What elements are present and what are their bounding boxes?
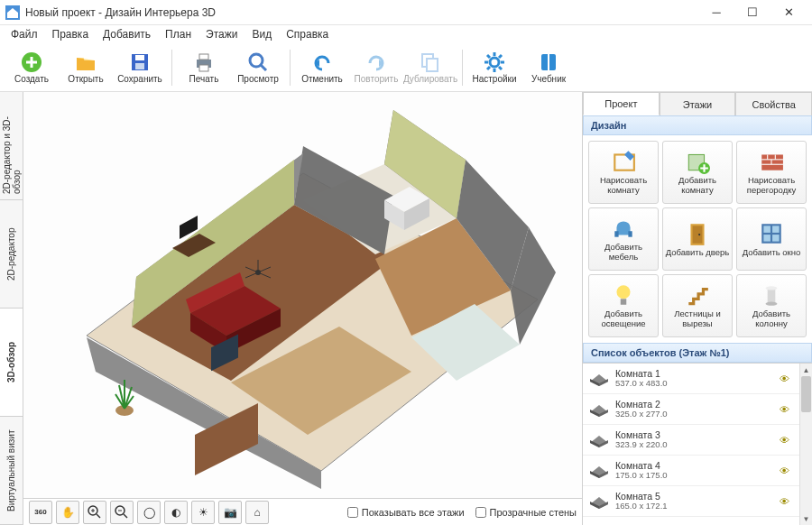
canvas-lasso2-button[interactable]: ◐ [164, 501, 188, 524]
minimize-button[interactable]: ─ [698, 0, 734, 25]
object-row[interactable]: Комната 2325.0 x 277.0 👁 [583, 394, 799, 425]
object-row[interactable]: Комната 3323.9 x 220.0 👁 [583, 425, 799, 456]
redo-icon [364, 51, 388, 74]
object-row[interactable]: Диван еврокнижка 👁 [583, 517, 799, 525]
app-icon [5, 5, 20, 20]
canvas-sun-button[interactable]: ☀ [191, 501, 215, 524]
svg-point-8 [250, 54, 263, 67]
tool-add-door[interactable]: Добавить дверь [662, 207, 733, 271]
right-tab-project[interactable]: Проект [583, 92, 660, 115]
objects-section-head: Список объектов (Этаж №1) [583, 343, 812, 363]
toolbar-create-button[interactable]: Создать [5, 45, 58, 90]
add-room-icon [685, 149, 710, 174]
right-tab-props[interactable]: Свойства [735, 92, 812, 115]
allfloors-checkbox[interactable] [347, 507, 358, 518]
copy-icon [419, 51, 442, 74]
toolbar-redo-button: Повторить [350, 45, 402, 90]
objects-scrollbar[interactable]: ▲ ▼ [799, 364, 812, 525]
toolbar-open-button[interactable]: Открыть [60, 45, 112, 90]
tool-add-col[interactable]: Добавить колонну [736, 274, 807, 337]
transparent-checkbox[interactable] [475, 507, 486, 518]
canvas-check-transparent[interactable]: Прозрачные стены [475, 507, 577, 518]
canvas-lasso-button[interactable]: ◯ [137, 501, 161, 524]
add-furn-icon [611, 216, 636, 241]
canvas-camera-button[interactable]: 📷 [218, 501, 242, 524]
add-light-icon [611, 282, 636, 308]
tool-add-win[interactable]: Добавить окно [736, 207, 807, 271]
close-button[interactable]: ✕ [770, 0, 807, 25]
tool-add-furn[interactable]: Добавить мебель [588, 207, 659, 271]
menu-Правка[interactable]: Правка [45, 26, 97, 42]
canvas-zoom-in-button[interactable] [83, 501, 106, 524]
room-iso-icon [588, 432, 610, 448]
room-iso-icon [588, 493, 610, 510]
room-iso-icon [588, 463, 610, 479]
right-tabs: ПроектЭтажиСвойства [583, 92, 812, 115]
scroll-thumb[interactable] [801, 376, 811, 412]
toolbar-undo-button[interactable]: Отменить [296, 45, 348, 90]
right-panel: ПроектЭтажиСвойства Дизайн Нарисовать ко… [583, 92, 812, 525]
folder-icon [74, 51, 97, 74]
visibility-icon[interactable]: 👁 [780, 496, 794, 507]
floppy-icon [128, 51, 152, 74]
tool-add-room[interactable]: Добавить комнату [662, 141, 733, 204]
svg-point-83 [766, 302, 778, 306]
canvas-360-button[interactable]: 360 [29, 501, 52, 524]
object-row[interactable]: Комната 4175.0 x 175.0 👁 [583, 456, 799, 486]
side-tab-virtual[interactable]: Виртуальный визит [0, 417, 23, 525]
toolbar-save-button[interactable]: Сохранить [114, 45, 166, 90]
menu-Файл[interactable]: Файл [4, 26, 45, 42]
scroll-up-icon[interactable]: ▲ [800, 364, 812, 376]
undo-icon [310, 51, 334, 74]
draw-room-icon [611, 149, 636, 174]
draw-wall-icon [759, 149, 784, 174]
lens-icon [246, 51, 270, 74]
add-door-icon [685, 221, 710, 246]
svg-point-82 [766, 286, 778, 290]
object-row[interactable]: Комната 5165.0 x 172.1 👁 [583, 486, 799, 517]
visibility-icon[interactable]: 👁 [780, 465, 794, 476]
canvas-home-button[interactable]: ⌂ [245, 501, 269, 524]
view-tabs: 2D-редактор и 3D-обзор2D-редактор3D-обзо… [0, 92, 23, 525]
3d-canvas[interactable] [23, 92, 582, 498]
menu-План[interactable]: План [158, 26, 198, 42]
canvas-column: 360✋◯◐☀📷⌂Показывать все этажиПрозрачные … [23, 92, 583, 525]
scroll-down-icon[interactable]: ▼ [800, 512, 812, 525]
svg-line-18 [499, 67, 502, 69]
svg-line-9 [261, 65, 266, 70]
right-tab-floors[interactable]: Этажи [660, 92, 736, 115]
side-tab-2d[interactable]: 2D-редактор [0, 200, 23, 309]
toolbar-tutorial-button[interactable]: Учебник [522, 45, 575, 90]
menu-Вид[interactable]: Вид [245, 26, 279, 42]
tool-add-light[interactable]: Добавить освещение [588, 274, 659, 337]
visibility-icon[interactable]: 👁 [780, 404, 794, 415]
menu-Добавить[interactable]: Добавить [96, 26, 158, 42]
svg-line-60 [124, 514, 127, 518]
toolbar-settings-button[interactable]: Настройки [468, 45, 521, 90]
toolbar-preview-button[interactable]: Просмотр [232, 45, 284, 90]
menu-Справка[interactable]: Справка [279, 26, 336, 42]
tool-stairs[interactable]: Лестницы и вырезы [662, 274, 733, 337]
canvas-hand-button[interactable]: ✋ [56, 501, 79, 524]
book-icon [537, 51, 560, 74]
visibility-icon[interactable]: 👁 [780, 435, 794, 446]
design-section-head: Дизайн [583, 115, 812, 135]
object-row[interactable]: Комната 1537.0 x 483.0 👁 [583, 364, 799, 394]
visibility-icon[interactable]: 👁 [780, 373, 794, 384]
design-tools-grid: Нарисовать комнатуДобавить комнатуНарисо… [583, 135, 812, 343]
maximize-button[interactable]: ☐ [734, 0, 770, 25]
canvas-zoom-out-button[interactable] [110, 501, 134, 524]
canvas-check-allfloors[interactable]: Показывать все этажи [347, 507, 465, 518]
toolbar-print-button[interactable]: Печать [178, 45, 230, 90]
side-tab-3d[interactable]: 3D-обзор [0, 309, 23, 417]
side-tab-2d3d[interactable]: 2D-редактор и 3D-обзор [0, 92, 23, 200]
tool-draw-wall[interactable]: Нарисовать перегородку [736, 141, 807, 204]
svg-point-79 [616, 285, 630, 299]
printer-icon [192, 51, 216, 74]
svg-rect-80 [621, 299, 626, 304]
stairs-icon [685, 282, 710, 308]
tool-draw-room[interactable]: Нарисовать комнату [588, 141, 659, 204]
menu-Этажи[interactable]: Этажи [198, 26, 245, 42]
add-col-icon [759, 282, 784, 308]
add-win-icon [759, 221, 784, 246]
